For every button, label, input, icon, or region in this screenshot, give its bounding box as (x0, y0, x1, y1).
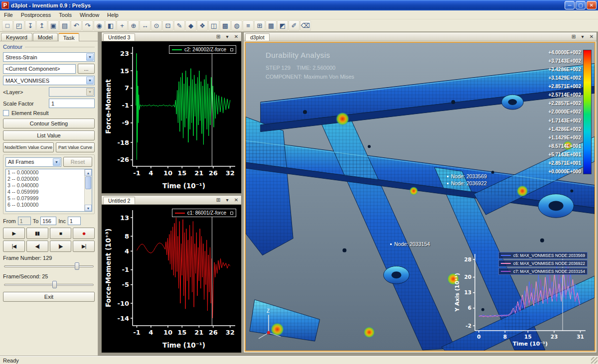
clear-icon[interactable]: ⌫ (300, 20, 311, 31)
menu-item[interactable]: File (0, 11, 17, 18)
undo-icon[interactable]: ↶ (71, 20, 82, 31)
scrollbar-thumb[interactable] (85, 176, 91, 189)
annotation-icon[interactable]: ✐ (289, 20, 299, 31)
close-icon[interactable]: ✕ (588, 34, 595, 39)
browse-button[interactable]: ... (78, 64, 95, 74)
menu-item[interactable]: Postprocess (17, 11, 55, 18)
menu-item[interactable]: Help (103, 11, 123, 18)
frame-number-slider[interactable] (3, 262, 95, 270)
list-table-icon[interactable]: ≡ (243, 20, 254, 31)
close-icon[interactable]: ✕ (233, 34, 240, 39)
z-force-chart-c1[interactable]: -1410152126321384-1-5-10-14Time (10⁻¹)Fo… (103, 205, 240, 352)
import-icon[interactable]: ↧ (25, 20, 36, 31)
spreadsheet-icon[interactable]: ▦ (266, 20, 277, 31)
current-component-field[interactable]: <Current Component> (3, 64, 76, 74)
frame-list-item[interactable]: 5 -- 0.079999 (6, 195, 84, 202)
chart-window-header[interactable]: Untitled 3 ⊞ ▾ ✕ (102, 32, 241, 41)
slider-thumb[interactable] (52, 281, 57, 288)
chevron-down-icon[interactable]: ▼ (53, 158, 60, 166)
close-icon[interactable]: ✕ (233, 197, 240, 203)
fill-render-icon[interactable]: ◧ (105, 20, 116, 31)
from-input[interactable]: 1 (18, 217, 31, 225)
tab-model[interactable]: Model (33, 33, 58, 41)
tab-keyword[interactable]: Keyword (1, 33, 32, 41)
chevron-down-icon[interactable]: ▼ (86, 53, 94, 61)
tile-icon[interactable]: ⊞ (215, 197, 222, 203)
chart-window-header[interactable]: Untitled 2 ⊞ ▾ ✕ (102, 196, 241, 205)
element-result-checkbox[interactable] (3, 110, 9, 116)
close-icon[interactable]: ✕ (587, 1, 597, 9)
chevron-down-icon[interactable]: ▼ (86, 77, 94, 84)
new-file-icon[interactable]: □ (2, 20, 13, 31)
frame-list-item[interactable]: 3 -- 0.040000 (6, 182, 84, 189)
scroll-down-icon[interactable]: ▼ (85, 205, 92, 211)
frame-list-item[interactable]: 4 -- 0.059999 (6, 189, 84, 195)
collapse-icon[interactable]: ▾ (224, 34, 231, 39)
previous-frame-button[interactable]: ◀| (26, 241, 48, 252)
frames-filter-select[interactable]: All Frames ▼ (5, 157, 61, 167)
scroll-up-icon[interactable]: ▲ (85, 169, 92, 176)
last-frame-button[interactable]: ▶| (73, 241, 95, 252)
print-icon[interactable]: ▤ (59, 20, 70, 31)
viewport-tab[interactable]: d3plot (245, 33, 270, 41)
minimize-icon[interactable]: ─ (565, 1, 575, 9)
viewport-header[interactable]: d3plot ⊞ ▾ ✕ (244, 32, 597, 41)
contour-setting-button[interactable]: Contour Setting (3, 119, 95, 128)
slider-thumb[interactable] (75, 262, 79, 270)
play-button[interactable]: ▶ (3, 228, 25, 239)
part-value-curve-button[interactable]: Part Value Curve (56, 142, 95, 152)
chart-window-tab[interactable]: Untitled 2 (103, 197, 135, 204)
next-frame-button[interactable]: |▶ (50, 241, 72, 252)
reset-button[interactable]: Reset (63, 157, 92, 167)
redo-icon[interactable]: ↷ (82, 20, 93, 31)
frame-list-scrollbar[interactable]: ▲ ▼ (84, 169, 92, 211)
frame-list-item[interactable]: 6 -- 0.100000 (6, 202, 84, 208)
curve-tool-icon[interactable]: ✎ (174, 20, 185, 31)
iso-view-icon[interactable]: ◆ (185, 20, 196, 31)
layer-select[interactable]: ▼ (49, 87, 95, 97)
zoom-icon[interactable]: ⊙ (151, 20, 162, 31)
contour-type-select[interactable]: Stress-Strain ▼ (3, 52, 95, 62)
collapse-icon[interactable]: ▾ (579, 34, 586, 39)
resize-grip[interactable] (591, 357, 598, 364)
component-select[interactable]: MAX_VONMISES ▼ (3, 76, 95, 85)
pan-view-icon[interactable]: ↔ (140, 20, 150, 31)
title-bar[interactable]: P d3plot - Inventium 0.9 : PreSys ─ ▢ ✕ (0, 0, 598, 10)
data-table-icon[interactable]: ⊞ (254, 20, 265, 31)
frame-list-item[interactable]: 2 -- 0.020000 (6, 176, 84, 182)
export-icon[interactable]: ↥ (36, 20, 47, 31)
rotate-view-icon[interactable]: ⊕ (128, 20, 139, 31)
zoom-window-icon[interactable]: ⊡ (162, 20, 173, 31)
model-viewport[interactable]: Durability Analysis STEP 129 TIME: 2.560… (245, 42, 596, 352)
to-input[interactable]: 156 (40, 217, 56, 225)
front-view-icon[interactable]: ◫ (208, 20, 219, 31)
tab-task[interactable]: Task (58, 33, 80, 41)
multi-view-icon[interactable]: ❖ (197, 20, 208, 31)
menu-item[interactable]: Window (76, 11, 103, 18)
frame-rate-slider[interactable] (3, 280, 95, 289)
globe-view-icon[interactable]: ◍ (231, 20, 242, 31)
tile-icon[interactable]: ⊞ (215, 34, 222, 39)
contour-plot-icon[interactable]: ◉ (94, 20, 105, 31)
stop-button[interactable]: ■ (50, 228, 72, 239)
collapse-icon[interactable]: ▾ (224, 197, 231, 203)
exit-button[interactable]: Exit (3, 292, 95, 302)
open-folder-icon[interactable]: ◰ (13, 20, 24, 31)
list-value-button[interactable]: List Value (3, 130, 95, 140)
inc-input[interactable]: 1 (68, 217, 81, 225)
chart-window-tab[interactable]: Untitled 3 (103, 33, 135, 41)
pick-icon[interactable]: + (117, 20, 128, 31)
record-button[interactable]: ● (73, 228, 95, 239)
scale-factor-input[interactable]: 1 (49, 99, 95, 108)
menu-item[interactable]: Tools (55, 11, 76, 18)
frame-list-item[interactable]: 1 -- 0.000000 (6, 169, 84, 176)
maximize-icon[interactable]: ▢ (576, 1, 586, 9)
z-force-chart-c2[interactable]: -14101521263223157-1-9-18-26Time (10⁻¹)F… (103, 42, 240, 192)
first-frame-button[interactable]: |◀ (3, 241, 25, 252)
xy-plot-icon[interactable]: ◩ (277, 20, 288, 31)
tile-icon[interactable]: ⊞ (570, 34, 577, 39)
save-icon[interactable]: ▣ (48, 20, 59, 31)
pause-button[interactable]: ▮▮ (26, 228, 48, 239)
node-elem-value-curve-button[interactable]: Node/Elem Value Curve (3, 142, 54, 152)
shaded-view-icon[interactable]: ▩ (220, 20, 231, 31)
